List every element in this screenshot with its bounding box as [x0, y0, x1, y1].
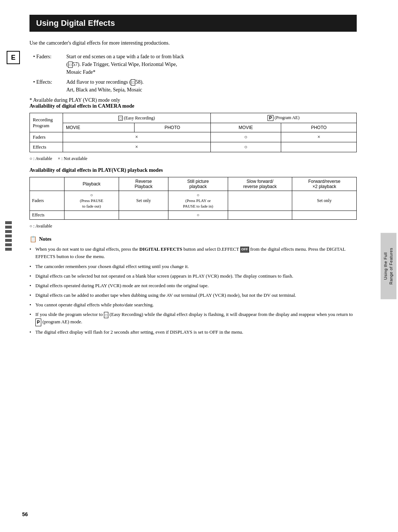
faders-content: Start or end scenes on a tape with a fad…: [66, 53, 357, 76]
effects-vcr-label: Effects: [30, 211, 64, 220]
main-content: Using Digital Effects Use the camcorder'…: [0, 0, 379, 353]
bullet-section: • Faders: Start or end scenes on a tape …: [33, 53, 357, 94]
effects-vcr-playback: [64, 211, 119, 220]
not-available-note: × : Not available: [58, 156, 87, 161]
effects-prog-movie: ○: [210, 142, 281, 152]
effects-content: Add flavor to your recordings (□58). Art…: [66, 78, 357, 94]
page-number: 56: [22, 511, 28, 517]
camera-table: RecordingProgram □ (Easy Recording) P (P…: [29, 113, 357, 152]
faders-row-label: Faders: [30, 132, 63, 142]
faders-easy: ×: [63, 132, 211, 142]
effects-row-label: Effects: [30, 142, 63, 152]
vcr-available-note: ○ : Available: [29, 223, 52, 229]
effects-prog-photo: [281, 142, 357, 152]
note-4: Digital effects operated during PLAY (VC…: [29, 282, 357, 289]
note-8: The digital effect display will flash fo…: [29, 328, 357, 336]
easy-movie-header: MOVIE: [63, 123, 135, 132]
vcr-slow-header: Slow forward/reverse playback: [228, 177, 292, 191]
decorative-stripes: [5, 221, 13, 295]
bullet-faders: • Faders: Start or end scenes on a tape …: [33, 53, 357, 76]
effects-vcr-still: ○: [168, 211, 228, 220]
faders-vcr-reverse: Set only: [119, 191, 168, 211]
vcr-reverse-header: ReversePlayback: [119, 177, 168, 191]
effects-camera-row: Effects × ○: [30, 142, 357, 152]
available-note: ○ : Available: [29, 156, 52, 161]
note-1: When you do not want to use digital effe…: [29, 246, 357, 260]
easy-recording-header: □ (Easy Recording): [63, 113, 211, 123]
vcr-forward-header: Forward/reverse×2 playback: [292, 177, 357, 191]
camera-section-heading: Availability of digital effects in CAMER…: [29, 103, 357, 109]
note-5: Digital effects can be added to another …: [29, 292, 357, 299]
prog-movie-header: MOVIE: [210, 123, 281, 132]
recording-program-header: RecordingProgram: [30, 113, 63, 132]
note-2: The camcorder remembers your chosen digi…: [29, 263, 357, 270]
vcr-header-row: Playback ReversePlayback Still picturepl…: [30, 177, 357, 191]
bullet-effects: • Effects: Add flavor to your recordings…: [33, 78, 357, 94]
effects-label: • Effects:: [33, 78, 66, 94]
faders-label: • Faders:: [33, 53, 66, 76]
effects-vcr-reverse: [119, 211, 168, 220]
faders-vcr-playback: ○ (Press PAUSEto fade out): [64, 191, 119, 211]
faders-vcr-slow: [228, 191, 292, 211]
vcr-table: Playback ReversePlayback Still picturepl…: [29, 177, 357, 220]
program-ae-header: P (Program AE): [210, 113, 356, 123]
faders-prog-photo: ×: [281, 132, 357, 142]
effects-vcr-row: Effects ○: [30, 211, 357, 220]
vcr-playback-header: Playback: [64, 177, 119, 191]
note-7: If you slide the program selector to □ (…: [29, 311, 357, 326]
intro-text: Use the camcorder's digital effects for …: [29, 39, 357, 47]
faders-prog-movie: ○: [210, 132, 281, 142]
faders-camera-row: Faders × ○ ×: [30, 132, 357, 142]
note-3: Digital effects can be selected but not …: [29, 272, 357, 280]
notes-list: When you do not want to use digital effe…: [29, 246, 357, 336]
asterisk-note: * Available during PLAY (VCR) mode only: [29, 97, 357, 103]
e-badge: E: [7, 51, 20, 64]
vcr-section-heading: Availability of digital effects in PLAY(…: [29, 167, 357, 173]
page-title: Using Digital Effects: [29, 15, 357, 32]
notes-heading-text: Notes: [39, 236, 51, 242]
vcr-table-note: ○ : Available: [29, 223, 357, 229]
prog-photo-header: PHOTO: [281, 123, 357, 132]
easy-photo-header: PHOTO: [134, 123, 210, 132]
faders-vcr-label: Faders: [30, 191, 64, 211]
notes-section: 📋 Notes When you do not want to use digi…: [29, 236, 357, 336]
camera-table-header-row2: MOVIE PHOTO MOVIE PHOTO: [30, 123, 357, 132]
side-label: Using the Full Range of Features: [379, 0, 398, 532]
side-label-text: Using the Full Range of Features: [381, 233, 397, 299]
camera-table-header-row1: RecordingProgram □ (Easy Recording) P (P…: [30, 113, 357, 123]
faders-vcr-row: Faders ○ (Press PAUSEto fade out) Set on…: [30, 191, 357, 211]
effects-vcr-forward: [292, 211, 357, 220]
vcr-still-header: Still pictureplayback: [168, 177, 228, 191]
faders-vcr-still: ○ (Press PLAY orPAUSE to fade in): [168, 191, 228, 211]
notes-heading: 📋 Notes: [29, 236, 357, 243]
camera-table-note: ○ : Available × : Not available: [29, 156, 357, 161]
note-6: You cannot operate digital effects while…: [29, 301, 357, 309]
vcr-empty-header: [30, 177, 64, 191]
effects-vcr-slow: [228, 211, 292, 220]
effects-easy: ×: [63, 142, 211, 152]
faders-vcr-forward: Set only: [292, 191, 357, 211]
notes-icon: 📋: [29, 236, 37, 243]
